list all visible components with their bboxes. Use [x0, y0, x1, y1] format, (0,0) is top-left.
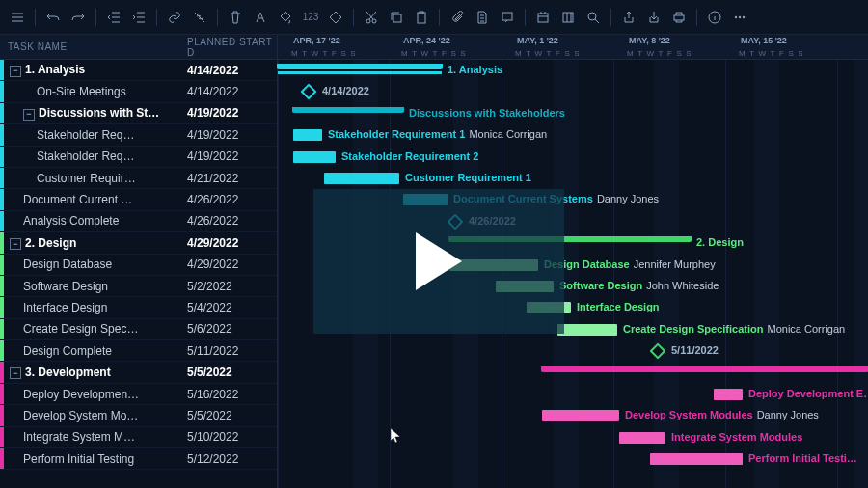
task-row[interactable]: Perform Initial Testing5/12/2022: [0, 448, 277, 470]
download-icon[interactable]: [642, 6, 665, 29]
task-name: Integrate System M…: [4, 430, 183, 444]
collapse-toggle[interactable]: −: [10, 238, 21, 250]
task-row[interactable]: −2. Design4/29/2022: [0, 232, 277, 254]
timeline-body[interactable]: 1. Analysis4/14/2022Discussions with Sta…: [278, 60, 868, 488]
task-bar[interactable]: [324, 173, 399, 184]
task-date: 5/12/2022: [183, 452, 277, 466]
gantt-lane: [278, 363, 868, 384]
summary-bar[interactable]: [293, 107, 403, 113]
week-label: APR, 17 '22: [293, 36, 340, 45]
task-bar[interactable]: [619, 432, 665, 444]
task-row[interactable]: Analysis Complete4/26/2022: [0, 211, 277, 232]
task-name: Customer Requir…: [4, 172, 183, 185]
milestone-icon[interactable]: [448, 213, 464, 230]
info-icon[interactable]: [703, 6, 726, 29]
columns-icon[interactable]: [556, 6, 580, 29]
task-name: Analysis Complete: [4, 214, 183, 228]
zoom-icon[interactable]: [582, 6, 605, 29]
task-bar[interactable]: [557, 324, 617, 336]
task-row[interactable]: On-Site Meetings4/14/2022: [0, 81, 277, 102]
task-date: 4/19/2022: [183, 128, 277, 142]
task-row[interactable]: Integrate System M…5/10/2022: [0, 427, 277, 448]
bar-label: Design DatabaseJennifer Murphey: [544, 258, 716, 270]
task-row[interactable]: Stakeholder Req…4/19/2022: [0, 124, 277, 146]
svg-point-12: [739, 15, 741, 17]
copy-icon[interactable]: [385, 6, 408, 29]
summary-bar[interactable]: [449, 236, 691, 242]
column-header-start[interactable]: PLANNED START D: [183, 37, 277, 58]
outdent-icon[interactable]: [102, 6, 125, 29]
task-bar[interactable]: [650, 453, 743, 465]
gantt-lane: Perform Initial Testi…: [278, 448, 868, 470]
week-label: MAY, 8 '22: [629, 36, 670, 45]
task-name: Stakeholder Req…: [4, 128, 183, 142]
task-row[interactable]: Customer Requir…4/21/2022: [0, 168, 277, 189]
print-icon[interactable]: [667, 6, 691, 29]
milestone-icon[interactable]: [650, 343, 666, 360]
gantt-lane: Stakeholder Requirement 1Monica Corrigan: [278, 124, 868, 146]
summary-bar[interactable]: [542, 366, 868, 372]
collapse-toggle[interactable]: −: [10, 66, 21, 77]
column-header-name[interactable]: TASK NAME: [0, 41, 183, 52]
task-date: 4/26/2022: [183, 214, 277, 228]
task-row[interactable]: −Discussions with St…4/19/2022: [0, 103, 277, 124]
bar-label: Deploy Development E…: [748, 388, 868, 399]
task-row[interactable]: Stakeholder Req…4/19/2022: [0, 147, 277, 168]
milestone-icon[interactable]: [301, 84, 317, 100]
fill-icon[interactable]: [274, 6, 297, 29]
day-letters: M T W T F S S: [401, 49, 467, 58]
task-row[interactable]: −3. Development5/5/2022: [0, 362, 277, 383]
collapse-toggle[interactable]: −: [23, 109, 35, 121]
cut-icon[interactable]: [360, 6, 383, 29]
task-row[interactable]: Design Complete5/11/2022: [0, 340, 277, 362]
task-bar[interactable]: [449, 259, 538, 271]
task-row[interactable]: Develop System Mo…5/5/2022: [0, 405, 277, 426]
more-icon[interactable]: [728, 6, 751, 29]
task-row[interactable]: Create Design Spec…5/6/2022: [0, 319, 277, 340]
task-bar[interactable]: [714, 389, 743, 400]
week-label: MAY, 15 '22: [741, 36, 787, 45]
task-name: Document Current …: [4, 193, 183, 206]
gantt-lane: Create Design SpecificationMonica Corrig…: [278, 319, 868, 340]
diamond-icon[interactable]: [324, 6, 347, 29]
attach-icon[interactable]: [446, 6, 469, 29]
task-row[interactable]: Document Current …4/26/2022: [0, 189, 277, 210]
task-row[interactable]: Interface Design5/4/2022: [0, 297, 277, 318]
svg-point-0: [366, 19, 370, 23]
task-name: Develop System Mo…: [4, 409, 183, 422]
delete-icon[interactable]: [224, 6, 247, 29]
task-row[interactable]: Software Design5/2/2022: [0, 276, 277, 297]
task-name: Stakeholder Req…: [4, 149, 183, 163]
collapse-toggle[interactable]: −: [10, 367, 21, 379]
task-bar[interactable]: [527, 302, 571, 313]
bar-label: Stakeholder Requirement 1Monica Corrigan: [328, 128, 547, 140]
summary-bar[interactable]: [278, 64, 442, 69]
task-name: Design Complete: [4, 344, 183, 358]
menu-icon[interactable]: [6, 6, 29, 29]
paste-icon[interactable]: [410, 6, 433, 29]
link-icon[interactable]: [163, 6, 186, 29]
task-bar[interactable]: [293, 151, 336, 163]
task-row[interactable]: −1. Analysis4/14/2022: [0, 60, 277, 81]
task-date: 5/4/2022: [183, 301, 277, 314]
task-date: 5/16/2022: [183, 388, 277, 401]
task-bar[interactable]: [293, 129, 322, 141]
task-name: On-Site Meetings: [4, 85, 183, 98]
task-row[interactable]: Deploy Developmen…5/16/2022: [0, 384, 277, 405]
task-row[interactable]: Design Database4/29/2022: [0, 255, 277, 276]
bar-label: 4/26/2022: [469, 215, 516, 227]
week-label: APR, 24 '22: [403, 36, 450, 45]
document-icon[interactable]: [471, 6, 494, 29]
font-icon[interactable]: [249, 6, 272, 29]
note-icon[interactable]: [496, 6, 519, 29]
task-bar[interactable]: [496, 281, 554, 292]
redo-icon[interactable]: [67, 6, 90, 29]
export-icon[interactable]: [617, 6, 640, 29]
indent-icon[interactable]: [127, 6, 150, 29]
unlink-icon[interactable]: [188, 6, 211, 29]
task-bar[interactable]: [542, 410, 619, 421]
undo-icon[interactable]: [41, 6, 65, 29]
task-date: 5/10/2022: [183, 430, 277, 444]
task-bar[interactable]: [403, 194, 448, 205]
calendar-icon[interactable]: [531, 6, 555, 29]
